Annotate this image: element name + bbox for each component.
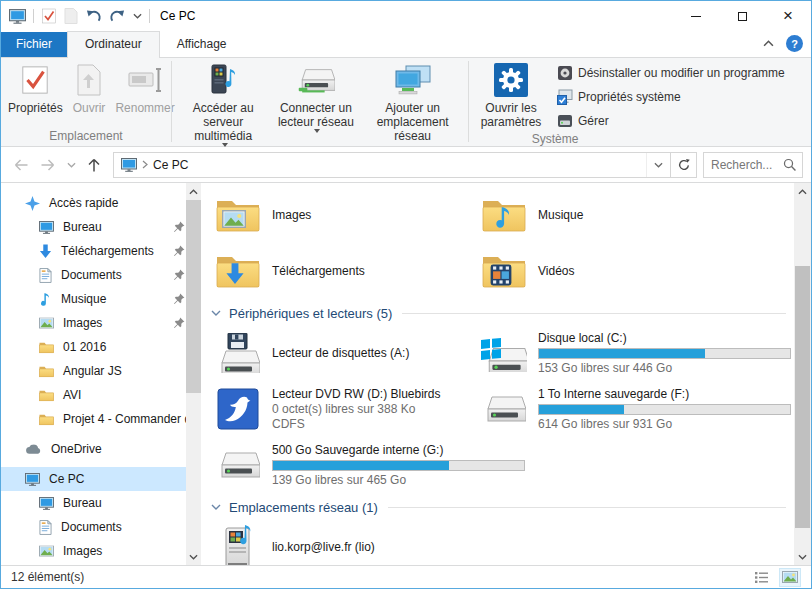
search-input[interactable]: [711, 158, 783, 172]
toolbar-divider: [33, 9, 34, 23]
items-view: Images Musique Téléchargements: [201, 183, 794, 565]
scroll-down-icon[interactable]: [794, 548, 811, 565]
sidebar-item-projet-4[interactable]: Projet 4 - Commander d: [1, 407, 201, 431]
open-settings-button[interactable]: Ouvrir les paramètres: [471, 59, 551, 129]
scrollbar-thumb[interactable]: [186, 200, 201, 393]
customize-toolbar-chevron-icon[interactable]: [133, 13, 142, 19]
hard-drive-icon: [482, 394, 526, 424]
folder-telechargements-icon: [216, 254, 260, 288]
folder-tile-videos[interactable]: Vidéos: [481, 243, 781, 299]
address-dropdown-button[interactable]: [646, 153, 670, 177]
sidebar-item-telechargements[interactable]: Téléchargements: [1, 239, 201, 263]
minimize-button[interactable]: [673, 1, 719, 31]
refresh-button[interactable]: [670, 153, 696, 177]
sidebar-item-angular-js[interactable]: Angular JS: [1, 359, 201, 383]
tab-affichage[interactable]: Affichage: [160, 32, 244, 57]
sidebar-item-01-2016[interactable]: 01 2016: [1, 335, 201, 359]
sidebar-scrollbar[interactable]: [186, 183, 201, 565]
tab-fichier[interactable]: Fichier: [1, 32, 67, 57]
network-location-tile[interactable]: lio.korp@live.fr (lio): [215, 519, 481, 565]
scroll-down-icon[interactable]: [186, 548, 201, 565]
manage-button[interactable]: Gérer: [557, 111, 785, 131]
map-network-drive-button[interactable]: Connecter un lecteur réseau: [272, 59, 359, 133]
disk-usage-bar: [538, 404, 791, 415]
scrollbar-thumb[interactable]: [795, 266, 810, 528]
open-button[interactable]: Ouvrir: [68, 59, 111, 115]
settings-gear-icon: [494, 63, 528, 97]
network-location-icon: [394, 65, 432, 95]
scroll-up-icon[interactable]: [186, 183, 201, 200]
scroll-up-icon[interactable]: [794, 183, 811, 200]
folder-videos-icon: [482, 254, 526, 288]
details-view-button[interactable]: [750, 568, 772, 587]
collapse-section-chevron-icon[interactable]: [211, 310, 221, 316]
forward-button[interactable]: [36, 153, 60, 177]
sidebar-item-pc-documents[interactable]: Documents: [1, 515, 201, 539]
drive-tile-c[interactable]: Disque local (C:) 153 Go libres sur 446 …: [481, 325, 781, 381]
folder-tile-telechargements[interactable]: Téléchargements: [215, 243, 481, 299]
quick-access-toolbar: [1, 8, 150, 24]
download-icon: [39, 244, 52, 259]
picture-icon: [39, 317, 54, 329]
sidebar-item-images[interactable]: Images: [1, 311, 201, 335]
properties-button[interactable]: Propriétés: [3, 59, 68, 115]
media-server-button[interactable]: Accéder au serveur multimédia: [174, 59, 272, 147]
sidebar-item-documents[interactable]: Documents: [1, 263, 201, 287]
app-computer-icon: [9, 9, 26, 24]
sidebar-item-onedrive[interactable]: OneDrive: [1, 437, 201, 461]
sidebar-item-acces-rapide[interactable]: Accès rapide: [1, 191, 201, 215]
drive-tile-a[interactable]: Lecteur de disquettes (A:): [215, 325, 481, 381]
recent-locations-chevron-icon[interactable]: [63, 153, 79, 177]
picture-icon: [39, 545, 54, 557]
up-button[interactable]: [82, 153, 106, 177]
collapse-section-chevron-icon[interactable]: [211, 504, 221, 510]
undo-icon[interactable]: [85, 9, 102, 24]
onedrive-cloud-icon: [25, 444, 42, 455]
drive-tile-d[interactable]: Lecteur DVD RW (D:) Bluebirds 0 octet(s)…: [215, 381, 481, 437]
folder-tile-musique[interactable]: Musique: [481, 187, 781, 243]
folder-tile-images[interactable]: Images: [215, 187, 481, 243]
close-button[interactable]: ×: [765, 1, 811, 31]
add-network-location-button[interactable]: Ajouter un emplacement réseau: [359, 59, 466, 143]
sidebar-item-avi[interactable]: AVI: [1, 383, 201, 407]
breadcrumb[interactable]: Ce PC: [153, 158, 188, 172]
redo-icon[interactable]: [109, 9, 126, 24]
details-view-icon: [754, 571, 769, 584]
drive-tile-g[interactable]: 500 Go Sauvegarde interne (G:) 139 Go li…: [215, 437, 481, 493]
thumbnail-view-button[interactable]: [779, 568, 801, 587]
collapse-ribbon-chevron-icon[interactable]: [763, 40, 774, 47]
location-computer-icon: [121, 158, 137, 172]
uninstall-program-button[interactable]: Désinstaller ou modifier un programme: [557, 63, 785, 83]
drive-tile-f[interactable]: 1 To Interne sauvegarde (F:) 614 Go libr…: [481, 381, 781, 437]
section-header-network[interactable]: Emplacements réseau (1): [211, 495, 786, 519]
ribbon: Propriétés Ouvrir Renommer Emplacem: [1, 58, 811, 147]
status-bar: 12 élément(s): [1, 565, 811, 588]
sidebar-item-ce-pc[interactable]: Ce PC: [1, 467, 201, 491]
sidebar-item-pc-images[interactable]: Images: [1, 539, 201, 563]
address-box[interactable]: Ce PC: [113, 152, 697, 178]
search-box[interactable]: [703, 152, 803, 178]
back-button[interactable]: [9, 153, 33, 177]
sidebar-item-bureau[interactable]: Bureau: [1, 215, 201, 239]
rename-button[interactable]: Renommer: [110, 59, 179, 115]
pin-icon: [173, 293, 185, 305]
search-icon[interactable]: [783, 158, 797, 172]
sidebar-item-pc-bureau[interactable]: Bureau: [1, 491, 201, 515]
help-button[interactable]: ?: [786, 35, 803, 52]
section-rule: [402, 313, 786, 314]
window-title: Ce PC: [160, 9, 195, 23]
tab-ordinateur[interactable]: Ordinateur: [67, 31, 160, 58]
file-explorer-window: Ce PC × Fichier Ordinateur Affichage ? P…: [0, 0, 812, 589]
address-bar: Ce PC: [1, 147, 811, 183]
ribbon-group-emplacement: Propriétés Ouvrir Renommer Emplacem: [1, 58, 171, 146]
disk-usage-bar: [272, 460, 525, 471]
maximize-button[interactable]: [719, 1, 765, 31]
sidebar-item-musique[interactable]: Musique: [1, 287, 201, 311]
window-controls: ×: [673, 1, 811, 31]
document-icon: [39, 520, 52, 535]
properties-icon[interactable]: [41, 8, 57, 24]
toolbar-divider: [149, 9, 150, 23]
system-properties-button[interactable]: Propriétés système: [557, 87, 785, 107]
main-scrollbar[interactable]: [794, 183, 811, 565]
section-header-devices[interactable]: Périphériques et lecteurs (5): [211, 301, 786, 325]
